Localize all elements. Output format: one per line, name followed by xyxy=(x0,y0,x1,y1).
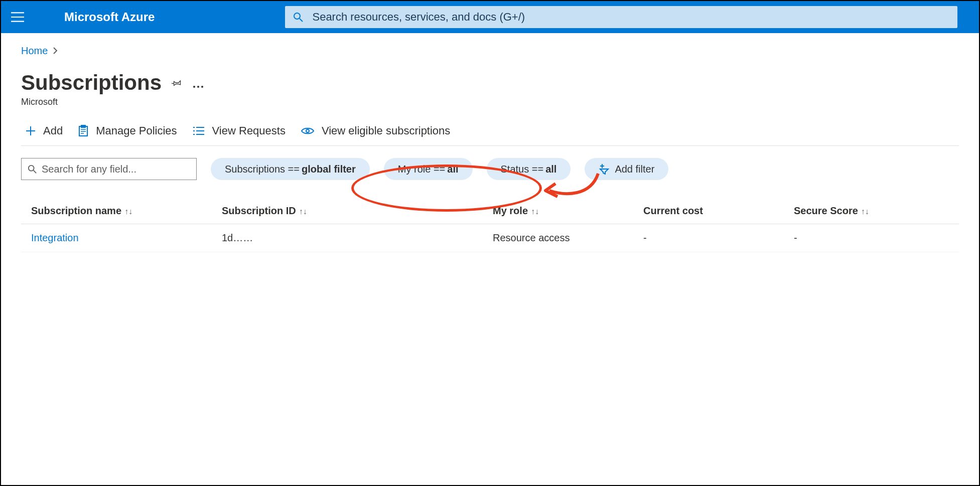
view-requests-button[interactable]: View Requests xyxy=(192,124,286,137)
filter-status-value: all xyxy=(545,164,556,175)
col-role-label: My role xyxy=(493,205,528,216)
subscriptions-table: Subscription name↑↓ Subscription ID↑↓ My… xyxy=(21,198,959,252)
content: Home Subscriptions Microsoft Add Manage … xyxy=(1,33,979,252)
col-score-label: Secure Score xyxy=(794,205,858,216)
sort-icon: ↑↓ xyxy=(299,207,307,216)
svg-point-8 xyxy=(29,166,34,171)
pin-icon[interactable] xyxy=(172,77,183,91)
view-eligible-label: View eligible subscriptions xyxy=(322,124,450,137)
sort-icon: ↑↓ xyxy=(861,207,869,216)
sort-icon: ↑↓ xyxy=(531,207,539,216)
filter-subs-label: Subscriptions == xyxy=(225,164,300,175)
col-id[interactable]: Subscription ID↑↓ xyxy=(212,198,483,224)
global-search-input[interactable] xyxy=(303,11,949,24)
add-button[interactable]: Add xyxy=(25,124,63,137)
manage-policies-button[interactable]: Manage Policies xyxy=(78,124,177,137)
sort-icon: ↑↓ xyxy=(124,207,132,216)
col-cost-label: Current cost xyxy=(643,205,703,216)
svg-point-3 xyxy=(197,86,199,88)
page-title: Subscriptions xyxy=(21,71,162,95)
filter-role-label: My role == xyxy=(398,164,445,175)
plus-icon xyxy=(25,125,36,136)
topbar: Microsoft Azure xyxy=(1,1,979,33)
breadcrumb-home[interactable]: Home xyxy=(21,45,48,57)
view-eligible-button[interactable]: View eligible subscriptions xyxy=(301,124,450,137)
eye-icon xyxy=(301,126,315,135)
view-requests-label: View Requests xyxy=(212,124,286,137)
filter-status-label: Status == xyxy=(501,164,544,175)
col-cost[interactable]: Current cost xyxy=(633,198,784,224)
col-role[interactable]: My role↑↓ xyxy=(483,198,633,224)
clipboard-icon xyxy=(78,125,89,137)
svg-line-1 xyxy=(300,19,303,22)
search-icon xyxy=(293,12,303,22)
cell-id: 1d…… xyxy=(212,224,483,252)
col-score[interactable]: Secure Score↑↓ xyxy=(784,198,959,224)
svg-point-4 xyxy=(201,86,203,88)
col-name[interactable]: Subscription name↑↓ xyxy=(21,198,212,224)
table-row: Integration 1d…… Resource access - - xyxy=(21,224,959,252)
svg-point-2 xyxy=(193,86,195,88)
col-id-label: Subscription ID xyxy=(222,205,296,216)
add-filter-icon xyxy=(599,164,610,175)
filter-role-value: all xyxy=(447,164,458,175)
global-search[interactable] xyxy=(285,6,957,28)
search-icon xyxy=(28,165,37,174)
filter-subs-value: global filter xyxy=(302,164,356,175)
filter-role[interactable]: My role == all xyxy=(384,158,473,180)
svg-line-9 xyxy=(34,171,36,173)
filter-status[interactable]: Status == all xyxy=(487,158,571,180)
cell-role: Resource access xyxy=(483,224,633,252)
subscription-link[interactable]: Integration xyxy=(31,232,79,243)
add-filter-label: Add filter xyxy=(615,164,654,175)
add-label: Add xyxy=(43,124,63,137)
more-icon[interactable] xyxy=(193,80,204,91)
add-filter-button[interactable]: Add filter xyxy=(585,158,668,180)
filter-subscriptions[interactable]: Subscriptions == global filter xyxy=(211,158,370,180)
filters-row: Subscriptions == global filter My role =… xyxy=(21,158,959,180)
field-search-input[interactable] xyxy=(42,164,190,175)
brand-label: Microsoft Azure xyxy=(64,10,155,24)
hamburger-icon[interactable] xyxy=(11,12,24,22)
svg-point-7 xyxy=(306,129,309,132)
page-subtitle: Microsoft xyxy=(21,97,959,107)
page-header: Subscriptions xyxy=(21,71,959,95)
breadcrumb: Home xyxy=(21,45,959,57)
manage-policies-label: Manage Policies xyxy=(96,124,177,137)
toolbar: Add Manage Policies View Requests View e… xyxy=(21,124,959,146)
cell-score: - xyxy=(784,224,959,252)
col-name-label: Subscription name xyxy=(31,205,121,216)
cell-cost: - xyxy=(633,224,784,252)
svg-point-0 xyxy=(294,13,300,19)
field-search[interactable] xyxy=(21,158,197,180)
chevron-right-icon xyxy=(53,45,58,57)
list-icon xyxy=(192,126,205,136)
